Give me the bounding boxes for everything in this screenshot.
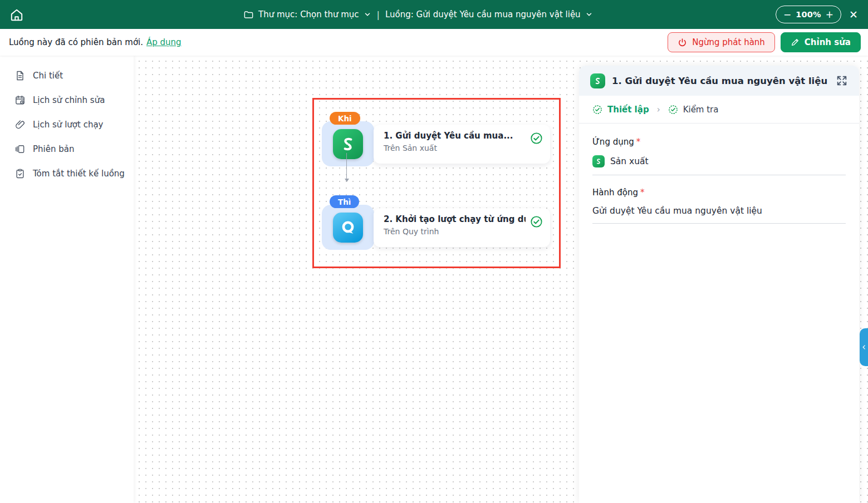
node-1-subtitle: Trên Sản xuất [384, 144, 526, 152]
zoom-level: 100% [796, 10, 821, 19]
trigger-badge: Khi [330, 112, 360, 125]
san-xuat-app-icon [592, 155, 605, 167]
zoom-in-button[interactable]: + [826, 10, 833, 19]
notice-actions: Ngừng phát hành Chỉnh sửa [668, 32, 861, 52]
field-application: Ứng dụng* Sản xuất [592, 137, 846, 175]
san-xuat-app-icon [333, 129, 363, 159]
document-icon [14, 70, 26, 81]
zoom-control: − 100% + [776, 6, 841, 23]
sidebar-item-details[interactable]: Chi tiết [0, 63, 134, 88]
power-icon [678, 38, 687, 47]
home-button[interactable] [8, 6, 26, 24]
sidebar-item-label: Chi tiết [33, 71, 63, 81]
flow-selector[interactable]: Luồng: Gửi duyệt Yêu cầu mua nguyên vật … [385, 9, 593, 19]
panel-tabbar: Thiết lập › Kiểm tra [579, 96, 859, 124]
panel-header: 1. Gửi duyệt Yêu cầu mua nguyên vật liệu [579, 66, 859, 96]
expand-icon[interactable] [836, 75, 848, 87]
clipboard-icon [14, 168, 26, 179]
tab-setup-label: Thiết lập [607, 105, 649, 115]
flow-label: Luồng: Gửi duyệt Yêu cầu mua nguyên vật … [385, 9, 581, 19]
chevron-down-icon [585, 11, 593, 18]
node-1-card[interactable]: 1. Gửi duyệt Yêu cầu mua... Trên Sản xuấ… [374, 125, 550, 164]
home-icon [9, 8, 24, 22]
tab-check[interactable]: Kiểm tra [668, 105, 719, 115]
sidebar-item-versions[interactable]: Phiên bản [0, 137, 134, 161]
chevron-down-icon [364, 11, 371, 18]
action-value: Gửi duyệt Yêu cầu mua nguyên vật liệu [592, 206, 762, 216]
node-2-subtitle: Trên Quy trình [384, 227, 526, 236]
header-breadcrumb: Thư mục: Chọn thư mục | Luồng: Gửi duyệt… [243, 0, 593, 29]
action-badge: Thì [330, 195, 359, 208]
sidebar-item-label: Phiên bản [33, 144, 74, 154]
step-detail-panel: 1. Gửi duyệt Yêu cầu mua nguyên vật liệu… [579, 66, 859, 503]
panel-body: Ứng dụng* Sản xuất Hành động* Gửi duyệt … [579, 124, 859, 249]
pencil-icon [791, 38, 800, 47]
application-value: Sản xuất [610, 156, 649, 166]
check-circle-icon [530, 132, 543, 145]
sidebar-item-label: Lịch sử lượt chạy [33, 120, 103, 130]
edit-label: Chỉnh sửa [805, 37, 851, 47]
node-2-card[interactable]: 2. Khởi tạo lượt chạy từ ứng dụ... Trên … [374, 208, 550, 247]
required-asterisk: * [640, 188, 645, 198]
application-select[interactable]: Sản xuất [592, 147, 846, 175]
node-connector [346, 153, 347, 181]
calendar-history-icon [14, 95, 26, 106]
panel-collapse-handle[interactable] [860, 328, 868, 366]
tab-check-label: Kiểm tra [683, 105, 719, 115]
zoom-out-button[interactable]: − [783, 10, 791, 19]
sidebar-item-edit-history[interactable]: Lịch sử chỉnh sửa [0, 88, 134, 112]
sidebar-item-label: Lịch sử chỉnh sửa [33, 95, 105, 105]
folder-icon [243, 9, 254, 20]
versions-icon [14, 144, 26, 155]
field-action: Hành động* Gửi duyệt Yêu cầu mua nguyên … [592, 188, 846, 224]
check-circle-icon [668, 105, 678, 115]
top-header: Thư mục: Chọn thư mục | Luồng: Gửi duyệt… [0, 0, 868, 29]
quy-trinh-app-icon [333, 213, 363, 243]
panel-title: 1. Gửi duyệt Yêu cầu mua nguyên vật liệu [612, 76, 829, 86]
san-xuat-app-icon [590, 73, 605, 88]
notice-message: Luồng này đã có phiên bản mới. [9, 37, 143, 47]
stop-publish-label: Ngừng phát hành [692, 37, 765, 47]
folder-selector[interactable]: Thư mục: Chọn thư mục [243, 9, 371, 20]
workflow-builder-app: Thư mục: Chọn thư mục | Luồng: Gửi duyệt… [0, 0, 868, 503]
sidebar-item-flow-summary[interactable]: Tóm tắt thiết kế luồng [0, 161, 134, 186]
node-1-title: 1. Gửi duyệt Yêu cầu mua... [384, 131, 526, 141]
check-circle-icon [592, 105, 602, 115]
check-circle-icon [530, 215, 543, 228]
chevron-left-icon [861, 344, 867, 350]
breadcrumb-divider: | [376, 9, 381, 20]
field-label: Hành động* [592, 188, 846, 198]
sidebar-item-label: Tóm tắt thiết kế luồng [33, 169, 125, 179]
version-notice-bar: Luồng này đã có phiên bản mới. Áp dụng N… [0, 29, 868, 56]
node-2-title: 2. Khởi tạo lượt chạy từ ứng dụ... [384, 214, 526, 224]
folder-label: Thư mục: Chọn thư mục [258, 9, 359, 19]
required-asterisk: * [636, 137, 641, 147]
left-sidebar: Chi tiết Lịch sử chỉnh sửa Lịch sử lượt … [0, 56, 134, 503]
apply-version-link[interactable]: Áp dụng [146, 37, 182, 47]
paperclip-icon [14, 119, 26, 130]
close-button[interactable]: ✕ [847, 8, 860, 21]
tab-setup[interactable]: Thiết lập [592, 105, 649, 115]
field-label: Ứng dụng* [592, 137, 846, 147]
tab-separator: › [657, 105, 660, 115]
stop-publish-button[interactable]: Ngừng phát hành [668, 32, 775, 52]
edit-button[interactable]: Chỉnh sửa [781, 32, 861, 52]
action-select[interactable]: Gửi duyệt Yêu cầu mua nguyên vật liệu [592, 198, 846, 224]
sidebar-item-run-history[interactable]: Lịch sử lượt chạy [0, 112, 134, 137]
